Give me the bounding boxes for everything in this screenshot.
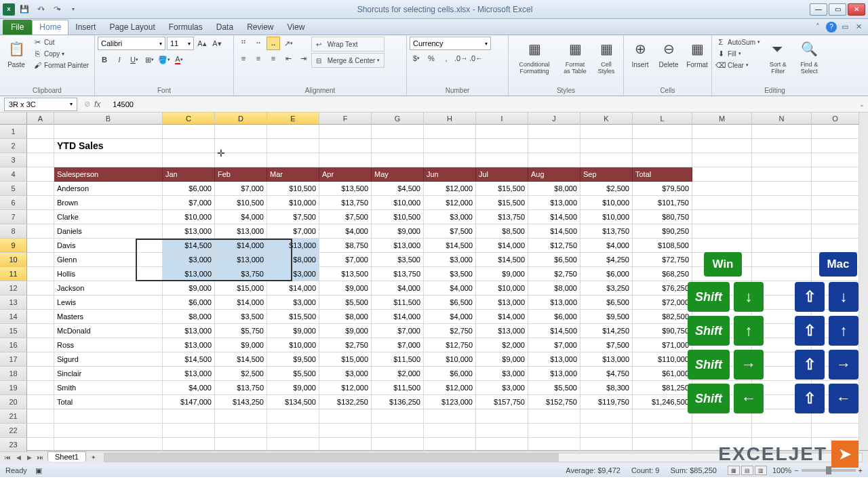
cell[interactable]: $7,000 (267, 224, 319, 239)
undo-icon[interactable]: ↶▾ (34, 3, 47, 16)
cell[interactable]: $10,500 (215, 196, 267, 210)
cell[interactable] (812, 210, 859, 224)
cell[interactable] (528, 438, 580, 452)
cell[interactable] (692, 153, 752, 167)
format-as-table-button[interactable]: ▦Format as Table (559, 37, 591, 76)
workbook-close-icon[interactable]: ✕ (853, 22, 864, 33)
cell[interactable] (692, 239, 752, 253)
cell[interactable]: Jul (476, 167, 528, 182)
row-header-16[interactable]: 16 (0, 338, 27, 352)
cell[interactable] (692, 139, 752, 153)
excel-app-icon[interactable]: X (3, 3, 15, 16)
cell[interactable]: $9,000 (476, 267, 528, 281)
cell[interactable]: $10,000 (424, 352, 476, 367)
cell[interactable]: YTD Sales (54, 139, 163, 153)
cell[interactable] (580, 125, 633, 139)
cell[interactable]: $143,250 (215, 395, 267, 409)
cell[interactable]: $9,000 (267, 381, 319, 395)
cell[interactable] (319, 125, 372, 139)
cell[interactable]: McDonald (54, 324, 163, 338)
row-header-15[interactable]: 15 (0, 324, 27, 338)
cell[interactable]: Glenn (54, 253, 163, 267)
cell[interactable]: Sigurd (54, 352, 163, 367)
cell[interactable]: $2,500 (215, 367, 267, 381)
cell[interactable]: $12,000 (424, 196, 476, 210)
cell[interactable] (267, 125, 319, 139)
cell[interactable]: $9,500 (267, 352, 319, 367)
cell[interactable]: $10,000 (580, 210, 633, 224)
percent-icon[interactable]: % (425, 52, 438, 65)
cell[interactable] (215, 438, 267, 452)
cell[interactable] (27, 139, 54, 153)
cell[interactable] (319, 424, 372, 438)
cell[interactable] (812, 424, 859, 438)
cell[interactable] (752, 182, 812, 196)
cell[interactable] (372, 424, 424, 438)
column-header-B[interactable]: B (54, 113, 163, 125)
cell[interactable] (812, 167, 859, 182)
cell[interactable]: $14,500 (528, 324, 580, 338)
cell[interactable] (752, 153, 812, 167)
cell[interactable] (528, 424, 580, 438)
cell[interactable] (215, 125, 267, 139)
column-header-G[interactable]: G (372, 113, 424, 125)
cell[interactable]: $7,000 (215, 182, 267, 196)
cell[interactable]: $14,000 (267, 281, 319, 296)
cell[interactable] (528, 139, 580, 153)
cell[interactable]: $3,000 (163, 253, 215, 267)
column-header-M[interactable]: M (692, 113, 752, 125)
cell[interactable]: $4,000 (319, 224, 372, 239)
row-header-10[interactable]: 10 (0, 253, 27, 267)
cell[interactable]: $3,500 (215, 310, 267, 324)
comma-icon[interactable]: , (439, 52, 453, 65)
cell[interactable] (27, 125, 54, 139)
column-header-N[interactable]: N (752, 113, 812, 125)
cell[interactable]: $9,000 (319, 281, 372, 296)
cell[interactable]: $6,500 (424, 296, 476, 310)
cell[interactable] (372, 139, 424, 153)
minimize-ribbon-icon[interactable]: ˄ (812, 22, 823, 33)
row-header-17[interactable]: 17 (0, 352, 27, 367)
cell[interactable] (580, 424, 633, 438)
cell[interactable]: $3,000 (267, 267, 319, 281)
close-button[interactable]: ✕ (848, 3, 865, 16)
cell[interactable]: $4,000 (372, 281, 424, 296)
cell[interactable]: $101,750 (633, 196, 692, 210)
cell[interactable]: $2,750 (424, 324, 476, 338)
cell[interactable]: $12,000 (424, 182, 476, 196)
cell[interactable]: $15,500 (267, 310, 319, 324)
column-header-C[interactable]: C (163, 113, 215, 125)
cell[interactable]: Feb (215, 167, 267, 182)
cell[interactable] (812, 196, 859, 210)
cell[interactable]: Daniels (54, 224, 163, 239)
row-header-21[interactable]: 21 (0, 409, 27, 424)
cell[interactable]: $10,000 (267, 338, 319, 352)
cell[interactable] (372, 438, 424, 452)
cell[interactable]: $80,750 (633, 210, 692, 224)
cell[interactable]: $8,500 (476, 224, 528, 239)
help-icon[interactable]: ? (826, 22, 837, 33)
cell[interactable] (372, 409, 424, 424)
cell[interactable]: $8,000 (267, 253, 319, 267)
cell[interactable]: $15,500 (476, 196, 528, 210)
save-icon[interactable]: 💾 (18, 3, 31, 16)
cell[interactable] (54, 409, 163, 424)
increase-decimal-icon[interactable]: .0→ (454, 52, 468, 65)
minimize-button[interactable]: — (810, 3, 827, 16)
cell[interactable]: Lewis (54, 296, 163, 310)
cell[interactable]: $6,500 (528, 253, 580, 267)
cell[interactable]: $14,000 (476, 239, 528, 253)
cell[interactable]: $14,250 (580, 324, 633, 338)
fx-icon[interactable]: fx (94, 100, 100, 109)
cell[interactable] (54, 438, 163, 452)
cell[interactable]: $7,500 (580, 338, 633, 352)
row-header-13[interactable]: 13 (0, 296, 27, 310)
row-header-23[interactable]: 23 (0, 438, 27, 452)
cell[interactable] (163, 153, 215, 167)
cell[interactable]: $15,000 (215, 281, 267, 296)
cell[interactable]: $10,000 (580, 196, 633, 210)
cell[interactable]: $11,500 (372, 381, 424, 395)
cell[interactable]: $14,500 (528, 210, 580, 224)
cell[interactable]: $4,750 (580, 367, 633, 381)
cell[interactable]: $72,000 (633, 296, 692, 310)
